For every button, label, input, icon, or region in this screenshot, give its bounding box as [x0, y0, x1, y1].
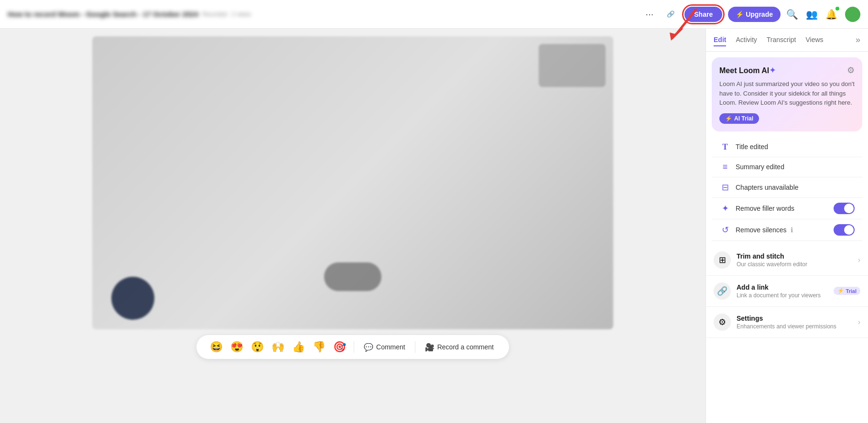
- header-icons: 🔍 👥 🔔: [786, 7, 860, 22]
- link-icon: 🔗: [667, 11, 675, 18]
- record-comment-button[interactable]: 🎥 Record a comment: [421, 341, 498, 354]
- emoji-clap[interactable]: 🙌: [270, 340, 286, 354]
- header-right: ··· 🔗 Share ⚡ Upgrade 🔍 👥 🔔: [642, 7, 860, 22]
- search-icon[interactable]: 🔍: [786, 9, 798, 20]
- panel-tabs: Edit Activity Transcript Views »: [706, 29, 868, 52]
- ai-card-description: Loom AI just summarized your video so yo…: [719, 79, 855, 108]
- silences-toggle[interactable]: [834, 224, 855, 236]
- ai-item-title-left: 𝐓 Title edited: [719, 142, 768, 152]
- comment-icon: 💬: [364, 343, 373, 352]
- header-left: How to record Woom - Google Search - 17 …: [8, 10, 251, 18]
- ai-item-summary-left: ≡ Summary edited: [719, 162, 784, 172]
- video-area: 😆 😍 😲 🙌 👍 👎 🎯 💬 Comment 🎥 Record a comme…: [0, 29, 705, 423]
- ai-title-text: Meet Loom AI: [719, 66, 769, 75]
- video-player[interactable]: [92, 36, 613, 329]
- filler-words-toggle[interactable]: [834, 203, 855, 214]
- comment-label: Comment: [376, 343, 405, 351]
- ai-item-title[interactable]: 𝐓 Title edited: [712, 137, 862, 157]
- reaction-divider-2: [415, 341, 415, 353]
- reaction-bar: 😆 😍 😲 🙌 👍 👎 🎯 💬 Comment 🎥 Record a comme…: [196, 335, 509, 359]
- emoji-wow[interactable]: 😲: [249, 340, 266, 354]
- settings-title: Settings: [737, 315, 852, 322]
- expand-panel-button[interactable]: »: [856, 35, 860, 45]
- add-link-trial-badge: ⚡ Trial: [834, 287, 860, 295]
- record-icon: 🎥: [425, 343, 434, 352]
- ai-item-chapters[interactable]: ⊟ Chapters unavailable: [712, 177, 862, 198]
- trim-stitch-desc: Our classic waveform editor: [737, 261, 852, 268]
- emoji-love[interactable]: 😍: [228, 340, 245, 354]
- video-avatar-overlay: [111, 277, 154, 320]
- ai-settings-icon[interactable]: ⚙: [847, 65, 855, 76]
- ai-item-silences: ↺ Remove silences ℹ: [712, 219, 862, 241]
- trial-badge-label: AI Trial: [734, 115, 753, 122]
- silences-label: Remove silences ℹ: [736, 226, 793, 234]
- add-link-icon: 🔗: [714, 282, 731, 300]
- notification-badge: [835, 7, 839, 11]
- title-edited-label: Title edited: [736, 143, 768, 151]
- emoji-thumbsup[interactable]: 👍: [290, 340, 307, 354]
- record-label: Record a comment: [437, 343, 494, 351]
- video-object: [324, 262, 381, 291]
- notification-icon[interactable]: 🔔: [825, 9, 837, 20]
- tab-activity[interactable]: Activity: [736, 34, 757, 46]
- chapters-icon: ⊟: [719, 182, 731, 193]
- add-link-content: Add a link Link a document for your view…: [737, 283, 828, 299]
- silences-info-icon: ℹ: [791, 226, 793, 234]
- ai-item-silences-left: ↺ Remove silences ℹ: [719, 225, 793, 235]
- filler-icon: ✦: [719, 203, 731, 214]
- settings-content: Settings Enhancements and viewer permiss…: [737, 315, 852, 330]
- silences-icon: ↺: [719, 225, 731, 235]
- page-title: How to record Woom - Google Search - 17 …: [8, 10, 198, 18]
- ai-plus-icon: ✦: [769, 65, 776, 75]
- settings-section[interactable]: ⚙ Settings Enhancements and viewer permi…: [706, 307, 868, 338]
- comment-button[interactable]: 💬 Comment: [360, 341, 409, 354]
- tab-views[interactable]: Views: [806, 34, 824, 46]
- trim-stitch-section[interactable]: ⊞ Trim and stitch Our classic waveform e…: [706, 245, 868, 276]
- ai-trial-badge[interactable]: ⚡ AI Trial: [719, 113, 759, 124]
- reaction-divider: [354, 341, 354, 353]
- trim-stitch-icon: ⊞: [714, 251, 731, 269]
- trial-badge-lightning: ⚡: [837, 288, 844, 294]
- avatar[interactable]: [845, 7, 860, 22]
- right-panel: Edit Activity Transcript Views » Meet Lo…: [705, 29, 868, 423]
- tab-edit[interactable]: Edit: [714, 34, 726, 46]
- upgrade-label: Upgrade: [746, 11, 773, 18]
- ai-item-chapters-left: ⊟ Chapters unavailable: [719, 182, 799, 193]
- trial-lightning-icon: ⚡: [725, 115, 732, 122]
- trim-stitch-arrow: ›: [858, 256, 860, 264]
- ai-item-summary[interactable]: ≡ Summary edited: [712, 157, 862, 177]
- filler-words-label: Remove filler words: [736, 205, 794, 212]
- lightning-icon: ⚡: [736, 11, 744, 18]
- ai-card-header: Meet Loom AI✦ ⚙: [719, 65, 855, 76]
- main-layout: 😆 😍 😲 🙌 👍 👎 🎯 💬 Comment 🎥 Record a comme…: [0, 29, 868, 423]
- chapters-label: Chapters unavailable: [736, 184, 799, 191]
- upgrade-button[interactable]: ⚡ Upgrade: [728, 7, 781, 22]
- share-button[interactable]: Share: [684, 7, 722, 22]
- emoji-laugh[interactable]: 😆: [208, 340, 225, 354]
- ai-card-title: Meet Loom AI✦: [719, 65, 776, 76]
- add-link-title: Add a link: [737, 283, 828, 291]
- settings-desc: Enhancements and viewer permissions: [737, 323, 852, 330]
- silences-text: Remove silences: [736, 226, 787, 234]
- trim-stitch-content: Trim and stitch Our classic waveform edi…: [737, 252, 852, 268]
- emoji-thumbsdown[interactable]: 👎: [311, 340, 327, 354]
- add-link-section[interactable]: 🔗 Add a link Link a document for your vi…: [706, 276, 868, 307]
- header: How to record Woom - Google Search - 17 …: [0, 0, 868, 29]
- emoji-target[interactable]: 🎯: [331, 340, 348, 354]
- more-options-button[interactable]: ···: [642, 7, 658, 22]
- add-link-desc: Link a document for your viewers: [737, 292, 828, 299]
- trim-stitch-title: Trim and stitch: [737, 252, 852, 260]
- tab-transcript[interactable]: Transcript: [767, 34, 796, 46]
- trial-badge-text: Trial: [846, 288, 857, 294]
- title-icon: 𝐓: [719, 142, 731, 152]
- video-overlay-top: [539, 44, 606, 87]
- panel-tabs-list: Edit Activity Transcript Views: [714, 34, 824, 46]
- summary-edited-label: Summary edited: [736, 163, 784, 171]
- page-meta: Recorded · 2 views: [202, 11, 251, 18]
- people-icon[interactable]: 👥: [806, 9, 818, 20]
- copy-link-button[interactable]: 🔗: [663, 9, 679, 20]
- settings-arrow: ›: [858, 318, 860, 326]
- summary-icon: ≡: [719, 162, 731, 172]
- settings-icon: ⚙: [714, 314, 731, 331]
- ai-card: Meet Loom AI✦ ⚙ Loom AI just summarized …: [712, 57, 862, 131]
